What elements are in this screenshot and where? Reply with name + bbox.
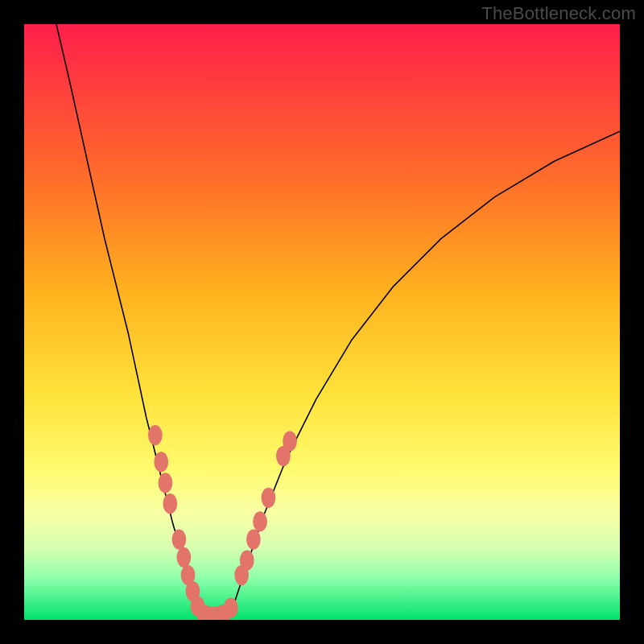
data-marker: [283, 431, 297, 451]
chart-frame: TheBottleneck.com: [0, 0, 644, 644]
data-marker: [172, 530, 187, 550]
data-marker: [262, 488, 276, 508]
data-marker: [253, 511, 267, 531]
gradient-background: [24, 24, 620, 620]
data-marker: [154, 452, 168, 472]
chart-svg: [24, 24, 620, 620]
data-marker: [246, 530, 261, 550]
data-marker: [240, 550, 254, 570]
data-marker: [159, 473, 173, 493]
data-marker: [148, 425, 163, 445]
data-marker: [224, 598, 238, 618]
plot-area: [24, 24, 620, 620]
data-marker: [176, 547, 191, 568]
data-marker: [163, 493, 177, 514]
watermark-text: TheBottleneck.com: [481, 3, 636, 24]
